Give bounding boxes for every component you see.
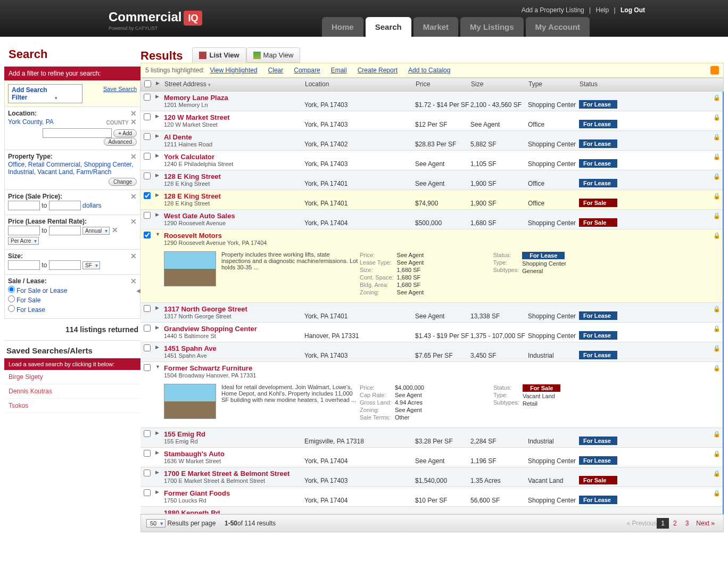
listing-row[interactable]: ▶Al Dente1211 Haines RoadYork, PA 17402$… xyxy=(140,131,723,151)
radio-both[interactable] xyxy=(8,286,15,293)
help-link[interactable]: Help xyxy=(596,6,609,14)
page-2[interactable]: 2 xyxy=(669,518,681,529)
listing-title[interactable]: 128 E King Street xyxy=(164,192,304,200)
col-status-header[interactable]: Status xyxy=(580,80,622,89)
col-price-header[interactable]: Price xyxy=(416,80,471,89)
expand-toggle[interactable]: ▶ xyxy=(155,172,164,178)
listing-title[interactable]: Al Dente xyxy=(164,133,304,141)
listing-row[interactable]: ▶1700 E Market Street & Belmont Street17… xyxy=(140,467,723,487)
clear-link[interactable]: Clear xyxy=(268,67,284,74)
expand-toggle[interactable]: ▶ xyxy=(155,344,164,350)
expand-toggle[interactable]: ▶ xyxy=(155,489,164,495)
listing-image[interactable] xyxy=(164,251,216,286)
expand-toggle[interactable]: ▶ xyxy=(155,450,164,455)
row-checkbox[interactable] xyxy=(144,212,151,219)
expand-toggle[interactable]: ▶ xyxy=(155,430,164,435)
close-icon[interactable]: ✕ xyxy=(130,192,137,201)
leaserate-min[interactable] xyxy=(8,226,40,235)
change-button[interactable]: Change xyxy=(109,178,137,186)
tab-listview[interactable]: List View xyxy=(192,47,246,63)
row-checkbox[interactable] xyxy=(144,305,151,312)
nav-market[interactable]: Market xyxy=(413,17,458,37)
expand-toggle[interactable]: ▶ xyxy=(155,192,164,198)
listing-row[interactable]: ▶Memory Lane Plaza1201 Memory LnYork, PA… xyxy=(140,92,723,111)
row-checkbox[interactable] xyxy=(144,470,151,476)
listing-image[interactable] xyxy=(164,384,216,419)
row-checkbox[interactable] xyxy=(144,94,151,101)
collapse-toggle[interactable]: ▼ xyxy=(155,364,164,369)
row-checkbox[interactable] xyxy=(144,325,151,332)
row-checkbox[interactable] xyxy=(144,133,151,140)
radio-sale[interactable] xyxy=(8,295,15,302)
listing-row[interactable]: ▶West Gate Auto Sales1290 Roosevelt Aven… xyxy=(140,210,723,229)
row-checkbox[interactable] xyxy=(144,489,151,496)
leaserate-period-dropdown[interactable]: Annual xyxy=(82,227,110,235)
page-3[interactable]: 3 xyxy=(681,518,693,529)
saleprice-max[interactable] xyxy=(49,201,81,210)
view-highlighted-link[interactable]: View Highlighted xyxy=(210,67,257,74)
listing-row[interactable]: ▶128 E King Street128 E King StreetYork,… xyxy=(140,190,723,210)
listing-row[interactable]: 1880 Kenneth Rd xyxy=(140,507,723,514)
row-checkbox[interactable] xyxy=(144,430,151,437)
save-search-link[interactable]: Save Search xyxy=(103,86,137,92)
prev-page[interactable]: « Previous xyxy=(627,520,657,527)
row-checkbox[interactable] xyxy=(144,113,151,120)
row-checkbox[interactable] xyxy=(144,450,151,457)
size-unit-dropdown[interactable]: SF xyxy=(82,261,100,269)
close-icon[interactable]: ✕ xyxy=(130,109,137,118)
col-location-header[interactable]: Location xyxy=(305,80,416,89)
add-property-link[interactable]: Add a Property Listing xyxy=(522,6,584,14)
saved-search-item[interactable]: Tsokos xyxy=(4,399,140,413)
col-size-header[interactable]: Size xyxy=(471,80,528,89)
row-checkbox[interactable] xyxy=(144,153,151,160)
nav-mylistings[interactable]: My Listings xyxy=(460,17,524,37)
listing-title[interactable]: Memory Lane Plaza xyxy=(164,94,304,102)
listing-row[interactable]: ▶120 W Market Street120 W Market StreetY… xyxy=(140,111,723,131)
nav-myaccount[interactable]: My Account xyxy=(526,17,590,37)
compare-link[interactable]: Compare xyxy=(294,67,320,74)
expand-toggle[interactable]: ▶ xyxy=(155,153,164,158)
listing-row[interactable]: ▶York Calculator1240 E Philadelphia Stre… xyxy=(140,151,723,170)
select-all-checkbox[interactable] xyxy=(144,80,151,87)
listing-title[interactable]: 1880 Kenneth Rd xyxy=(164,509,304,514)
listing-title[interactable]: West Gate Auto Sales xyxy=(164,212,304,220)
listing-title[interactable]: 1317 North George Street xyxy=(164,305,304,313)
col-type-header[interactable]: Type xyxy=(528,80,580,89)
listing-title[interactable]: Former Giant Foods xyxy=(164,489,304,497)
listing-row[interactable]: ▶128 E King Street128 E King StreetYork,… xyxy=(140,170,723,190)
row-checkbox[interactable] xyxy=(144,344,151,351)
listing-row[interactable]: ▶Former Giant Foods1750 Loucks RdYork, P… xyxy=(140,487,723,507)
location-value[interactable]: York County, PA xyxy=(8,118,54,126)
listing-title[interactable]: 1451 Spahn Ave xyxy=(164,344,304,352)
row-checkbox[interactable] xyxy=(144,232,151,238)
listing-row-expanded[interactable]: ▼Roosevelt Motors1290 Roosevelt Avenue Y… xyxy=(140,229,723,303)
close-icon[interactable]: ✕ xyxy=(130,118,137,126)
create-report-link[interactable]: Create Report xyxy=(358,67,398,74)
close-icon[interactable]: ✕ xyxy=(112,226,118,234)
row-checkbox[interactable] xyxy=(144,172,151,179)
close-icon[interactable]: ✕ xyxy=(130,252,137,260)
expand-toggle[interactable]: ▶ xyxy=(155,94,164,99)
email-link[interactable]: Email xyxy=(331,67,347,74)
listing-title[interactable]: 155 Emig Rd xyxy=(164,430,304,438)
listing-title[interactable]: York Calculator xyxy=(164,153,304,161)
listing-title[interactable]: 128 E King Street xyxy=(164,172,304,180)
collapse-toggle[interactable]: ▼ xyxy=(155,232,164,237)
per-page-dropdown[interactable]: 50 xyxy=(146,519,166,528)
listing-title[interactable]: Former Schwartz Furniture xyxy=(164,364,719,372)
leaserate-max[interactable] xyxy=(49,226,81,235)
expand-toggle[interactable]: ▶ xyxy=(155,212,164,217)
listing-row[interactable]: ▶1451 Spahn Ave1451 Spahn AveYork, PA 17… xyxy=(140,342,723,362)
page-1[interactable]: 1 xyxy=(657,518,669,529)
expand-all-toggle[interactable]: ▶ xyxy=(156,80,164,89)
listing-title[interactable]: Grandview Shopping Center xyxy=(164,325,304,333)
saved-search-item[interactable]: Birge Sigety xyxy=(4,370,140,384)
expand-toggle[interactable]: ▶ xyxy=(155,133,164,138)
listing-title[interactable]: Roosevelt Motors xyxy=(164,232,719,240)
listing-title[interactable]: 1700 E Market Street & Belmont Street xyxy=(164,470,304,478)
listing-title[interactable]: Stambaugh's Auto xyxy=(164,450,304,458)
listing-row[interactable]: ▶Grandview Shopping Center1440 S Baltimo… xyxy=(140,323,723,342)
row-checkbox[interactable] xyxy=(144,192,151,199)
saved-search-item[interactable]: Dennis Koutras xyxy=(4,384,140,399)
add-location-button[interactable]: + Add xyxy=(113,129,137,137)
